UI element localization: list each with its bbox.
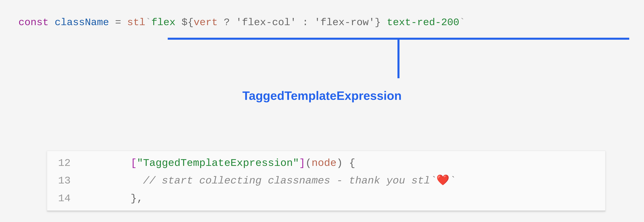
- interp-close: }: [375, 17, 381, 28]
- interp-open: ${: [182, 17, 194, 28]
- bracket-vertical: [398, 40, 400, 78]
- bracket-horizontal: [168, 38, 629, 40]
- tag-stl: stl: [127, 17, 145, 28]
- top-code-line: const className = stl`flex ${vert ? 'fle…: [18, 17, 466, 28]
- snippet-line-13: 13 // start collecting classnames - than…: [47, 172, 605, 190]
- snippet-line-12: 12 ["TaggedTemplateExpression"](node) {: [47, 154, 605, 172]
- paren-close: ): [336, 157, 343, 169]
- bracket-open: [: [131, 157, 137, 169]
- identifier-classname: className: [55, 17, 109, 28]
- keyword-const: const: [18, 17, 49, 28]
- backtick-open: `: [145, 17, 151, 28]
- var-vert: vert: [194, 17, 218, 28]
- line-number: 13: [47, 172, 81, 190]
- code-snippet-box: 12 ["TaggedTemplateExpression"](node) { …: [47, 151, 606, 211]
- line-content: },: [81, 190, 605, 207]
- annotation-label: TaggedTemplateExpression: [242, 89, 402, 103]
- line-content: ["TaggedTemplateExpression"](node) {: [81, 154, 605, 172]
- comment-text: // start collecting classnames - thank y…: [143, 175, 456, 187]
- line-number: 14: [47, 190, 81, 207]
- bracket-close: ]: [299, 157, 305, 169]
- string-flexrow: 'flex-row': [314, 17, 375, 28]
- backtick-close: `: [459, 17, 466, 28]
- line-content: // start collecting classnames - thank y…: [81, 172, 605, 190]
- ternary-q: ?: [224, 17, 230, 28]
- string-flex: flex: [151, 17, 182, 28]
- operator-equals: =: [115, 17, 121, 28]
- string-textred: text-red-200: [381, 17, 459, 28]
- brace-open: {: [343, 157, 355, 169]
- string-flexcol: 'flex-col': [236, 17, 296, 28]
- string-tte: "TaggedTemplateExpression": [137, 157, 299, 169]
- brace-close: },: [131, 193, 143, 205]
- heart-icon: ❤️: [436, 175, 449, 187]
- snippet-line-14: 14 },: [47, 190, 605, 207]
- param-node: node: [312, 157, 336, 169]
- paren-open: (: [305, 157, 312, 169]
- line-number: 12: [47, 154, 81, 172]
- ternary-colon: :: [302, 17, 308, 28]
- annotation-bracket: [168, 38, 629, 40]
